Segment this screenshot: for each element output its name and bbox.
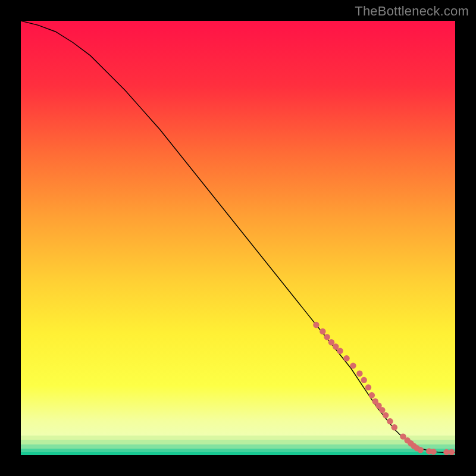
data-point-marker bbox=[361, 377, 367, 383]
data-point-marker bbox=[343, 355, 349, 361]
data-point-marker bbox=[369, 392, 375, 398]
data-point-marker bbox=[313, 322, 319, 328]
data-point-marker bbox=[449, 449, 455, 455]
chart-svg bbox=[21, 21, 455, 455]
data-point-marker bbox=[356, 371, 362, 377]
data-point-marker bbox=[383, 412, 389, 418]
data-point-marker bbox=[320, 328, 325, 334]
data-point-marker bbox=[392, 424, 397, 430]
data-point-marker bbox=[379, 407, 385, 413]
watermark-text: TheBottleneck.com bbox=[355, 4, 469, 19]
data-point-marker bbox=[387, 418, 393, 424]
data-point-marker bbox=[350, 362, 356, 368]
chart-plot-area bbox=[21, 21, 455, 455]
marker-group bbox=[313, 322, 455, 455]
data-point-marker bbox=[430, 449, 436, 455]
data-point-marker bbox=[324, 334, 330, 340]
data-point-marker bbox=[417, 447, 423, 453]
data-point-marker bbox=[337, 348, 343, 354]
data-point-marker bbox=[365, 384, 371, 390]
curve-path bbox=[21, 21, 455, 453]
